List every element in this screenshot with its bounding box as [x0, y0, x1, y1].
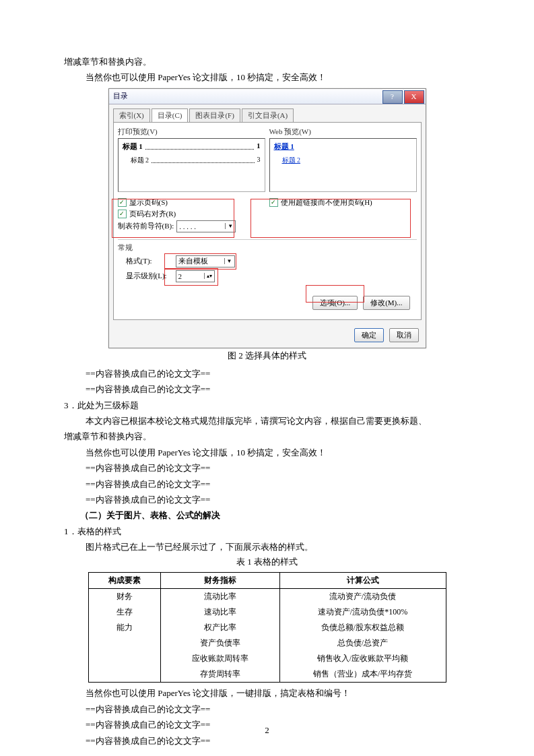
- modify-button[interactable]: 修改(M)...: [363, 296, 409, 310]
- table-cell: 存货周转率: [160, 666, 279, 683]
- web-link1: 标题 1: [274, 142, 294, 150]
- print-preview-box: 标题 11 标题 23: [118, 138, 265, 192]
- para-line: 当然你也可以使用 PaperYes 论文排版，10 秒搞定，安全高效！: [64, 445, 470, 460]
- table-cell: [88, 651, 160, 666]
- tab-leader-row: 制表符前导符(B): . . . . .▼: [118, 220, 265, 232]
- table-header: 构成要素: [88, 573, 160, 589]
- para-line: 当然你也可以使用 PaperYes 论文排版，10 秒搞定，安全高效！: [64, 69, 470, 85]
- table-cell: 总负债/总资产: [279, 635, 446, 651]
- table-cell: 资产负债率: [160, 635, 279, 651]
- table: 构成要素 财务指标 计算公式 财务流动比率流动资产/流动负债 生存速动比率速动资…: [88, 572, 446, 683]
- toc-level2: 标题 2: [131, 156, 149, 165]
- select-value: 来自模板: [178, 256, 208, 266]
- general-label: 常规: [118, 243, 417, 253]
- para-line: 当然你也可以使用 PaperYes 论文排版，一键排版，搞定表格和编号！: [64, 685, 470, 701]
- table-header-row: 构成要素 财务指标 计算公式: [88, 573, 446, 589]
- placeholder-text: ==内容替换成自己的论文文字==: [64, 366, 470, 381]
- checkbox-label: 显示页码(S): [129, 197, 168, 208]
- checkbox-label: 页码右对齐(R): [129, 209, 176, 219]
- close-button[interactable]: X: [404, 90, 424, 104]
- table-cell: [88, 635, 160, 651]
- table-cell: 应收账款周转率: [160, 651, 279, 666]
- options-button[interactable]: 选项(O)...: [312, 296, 358, 310]
- table-header: 财务指标: [160, 573, 279, 589]
- table-caption: 表 1 表格的样式: [64, 556, 470, 568]
- figure-caption: 图 2 选择具体的样式: [64, 350, 470, 362]
- tab-toc[interactable]: 目录(C): [152, 108, 189, 122]
- para-line: 增减章节和替换内容。: [64, 429, 470, 444]
- para-line: 图片格式已在上一节已经展示过了，下面展示表格的样式。: [64, 539, 470, 555]
- dialog-screenshot: 目录 ? X 索引(X) 目录(C) 图表目录(F) 引文目录(A) 打印预览(…: [64, 88, 470, 348]
- table-header: 计算公式: [279, 573, 446, 589]
- table-cell: 流动比率: [160, 589, 279, 605]
- heading-2: （二）关于图片、表格、公式的解决: [64, 507, 470, 523]
- chevron-down-icon: ▼: [224, 258, 232, 264]
- tab-citations[interactable]: 引文目录(A): [242, 108, 294, 122]
- tab-figures[interactable]: 图表目录(F): [189, 108, 240, 122]
- checkbox-hyperlink[interactable]: ✓使用超链接而不使用页码(H): [269, 197, 417, 208]
- levels-label: 显示级别(L):: [126, 271, 173, 281]
- dialog-title: 目录: [113, 91, 382, 101]
- table-row: 应收账款周转率销售收入/应收账款平均额: [88, 651, 446, 666]
- table-row: 财务流动比率流动资产/流动负债: [88, 589, 446, 605]
- table-cell: [88, 666, 160, 683]
- print-preview-label: 打印预览(V): [118, 127, 265, 137]
- select-value: 2: [178, 272, 182, 280]
- heading-3: 3．此处为三级标题: [64, 398, 470, 413]
- spinner-icon: ▴▾: [204, 273, 212, 279]
- table-cell: 速动比率: [160, 604, 279, 620]
- ok-button[interactable]: 确定: [354, 328, 384, 342]
- format-select[interactable]: 来自模板▼: [176, 255, 235, 267]
- help-button[interactable]: ?: [382, 90, 403, 104]
- web-link2: 标题 2: [282, 156, 301, 165]
- table-row: 生存速动比率速动资产/流动负债*100%: [88, 604, 446, 620]
- cancel-button[interactable]: 取消: [389, 328, 419, 342]
- toc-page2: 3: [257, 156, 261, 165]
- table-row: 能力权产比率负债总额/股东权益总额: [88, 620, 446, 635]
- placeholder-text: ==内容替换成自己的论文文字==: [64, 701, 470, 717]
- checkbox-show-pagenum[interactable]: ✓显示页码(S): [118, 197, 265, 208]
- table-row: 存货周转率销售（营业）成本/平均存货: [88, 666, 446, 683]
- tab-leader-label: 制表符前导符(B):: [118, 221, 174, 231]
- table-cell: 销售收入/应收账款平均额: [279, 651, 446, 666]
- chevron-down-icon: ▼: [225, 223, 233, 229]
- toc-level1: 标题 1: [123, 141, 143, 152]
- table-cell: 销售（营业）成本/平均存货: [279, 666, 446, 683]
- tab-index[interactable]: 索引(X): [113, 108, 150, 122]
- page-number: 2: [0, 725, 534, 736]
- select-value: . . . . .: [179, 222, 196, 230]
- table-cell: 权产比率: [160, 620, 279, 635]
- table-cell: 财务: [88, 589, 160, 605]
- placeholder-text: ==内容替换成自己的论文文字==: [64, 476, 470, 492]
- table-cell: 能力: [88, 620, 160, 635]
- web-preview-label: Web 预览(W): [269, 127, 417, 137]
- para-line: 本文内容已根据本校论文格式规范排版完毕，请撰写论文内容，根据自己需要更换标题、: [64, 413, 470, 429]
- placeholder-text: ==内容替换成自己的论文文字==: [64, 460, 470, 476]
- tab-leader-select[interactable]: . . . . .▼: [176, 220, 236, 232]
- toc-page1: 1: [257, 141, 261, 152]
- table-cell: 速动资产/流动负债*100%: [279, 604, 446, 620]
- web-preview-box: 标题 1 标题 2: [269, 138, 417, 192]
- para-line: 增减章节和替换内容。: [64, 54, 470, 69]
- table-cell: 负债总额/股东权益总额: [279, 620, 446, 635]
- levels-spinner[interactable]: 2▴▾: [176, 270, 215, 282]
- subheading: 1．表格的样式: [64, 524, 470, 539]
- placeholder-text: ==内容替换成自己的论文文字==: [64, 492, 470, 507]
- format-label: 格式(T):: [126, 256, 173, 266]
- checkbox-right-align[interactable]: ✓页码右对齐(R): [118, 209, 265, 219]
- placeholder-text: ==内容替换成自己的论文文字==: [64, 381, 470, 397]
- table-row: 资产负债率总负债/总资产: [88, 635, 446, 651]
- dialog-titlebar: 目录 ? X: [109, 89, 426, 104]
- checkbox-label: 使用超链接而不使用页码(H): [281, 197, 372, 208]
- table-cell: 生存: [88, 604, 160, 620]
- table-cell: 流动资产/流动负债: [279, 589, 446, 605]
